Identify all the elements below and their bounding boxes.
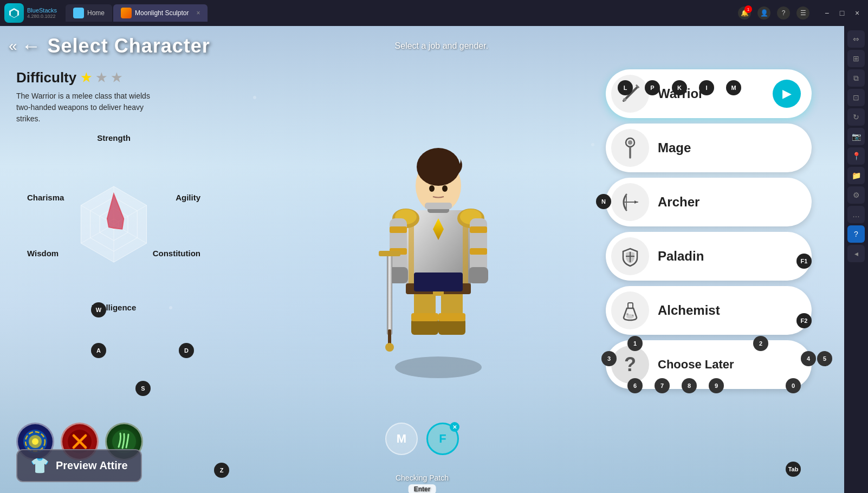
svg-point-77 xyxy=(632,314,633,316)
title-bar: BlueStacks 4.280.0.1022 Home Moonlight S… xyxy=(0,0,868,26)
sidebar-collapse-btn[interactable]: ◂ xyxy=(847,245,865,262)
kb-2: 2 xyxy=(753,336,768,351)
svg-point-65 xyxy=(623,98,626,101)
gender-female-marker: ✕ xyxy=(450,422,459,432)
sidebar-settings-btn[interactable]: ⚙ xyxy=(847,186,865,204)
svg-rect-42 xyxy=(470,226,487,233)
kb-4: 4 xyxy=(801,351,816,366)
choose-later-label: Choose Later xyxy=(658,358,734,372)
maximize-button[interactable]: □ xyxy=(835,7,848,20)
preview-attire-button[interactable]: 👕 Preview Attire xyxy=(16,449,142,482)
difficulty-section: Difficulty ★ ★ ★ The Warrior is a melee … xyxy=(16,69,222,125)
svg-rect-28 xyxy=(411,313,438,321)
svg-rect-56 xyxy=(425,203,452,209)
job-selection-panel: Warrior ▶ Mage xyxy=(606,69,812,389)
svg-rect-62 xyxy=(414,273,463,291)
menu-icon[interactable]: ☰ xyxy=(796,7,809,20)
difficulty-text: Difficulty xyxy=(16,69,76,86)
job-card-mage[interactable]: Mage xyxy=(606,124,812,172)
sidebar-layers-btn[interactable]: ⧉ xyxy=(847,69,865,87)
archer-icon xyxy=(611,183,649,221)
account-icon[interactable]: 👤 xyxy=(757,7,770,20)
kb-W: W xyxy=(91,302,106,317)
notification-badge: 1 xyxy=(744,5,752,13)
kb-M-top: M xyxy=(726,80,741,95)
back-button[interactable]: « ← Select Character xyxy=(9,35,210,57)
game-header: « ← Select Character Select a job and ge… xyxy=(0,26,844,66)
sidebar-rotate-btn[interactable]: ↻ xyxy=(847,108,865,126)
sidebar-more-btn[interactable]: … xyxy=(847,206,865,223)
svg-rect-44 xyxy=(470,248,487,255)
gender-male-button[interactable]: M xyxy=(385,423,418,455)
paladin-name: Paladin xyxy=(658,249,801,264)
star-3: ★ xyxy=(111,71,122,85)
alchemist-icon xyxy=(611,291,649,329)
sidebar-expand-btn[interactable]: ⇔ xyxy=(847,30,865,48)
kb-D: D xyxy=(179,343,194,358)
character-model xyxy=(357,80,520,384)
shirt-icon: 👕 xyxy=(30,457,49,475)
kb-A: A xyxy=(91,343,106,358)
warrior-select-button[interactable]: ▶ xyxy=(773,80,801,108)
tab-moonlight-sculptor[interactable]: Moonlight Sculptor × xyxy=(113,4,208,22)
sidebar-grid-btn[interactable]: ⊞ xyxy=(847,50,865,67)
svg-point-61 xyxy=(385,343,394,352)
svg-rect-58 xyxy=(387,254,392,335)
notification-icon[interactable]: 🔔 1 xyxy=(738,7,751,20)
svg-point-76 xyxy=(626,313,629,315)
svg-point-23 xyxy=(395,356,482,378)
kb-Z: Z xyxy=(214,463,229,478)
kb-L: L xyxy=(618,80,633,95)
choose-later-icon: ? xyxy=(611,346,649,384)
kb-7: 7 xyxy=(655,378,670,393)
game-area: « ← Select Character Select a job and ge… xyxy=(0,26,844,493)
kb-3: 3 xyxy=(601,351,617,366)
archer-name: Archer xyxy=(658,194,801,210)
job-card-alchemist[interactable]: Alchemist xyxy=(606,286,812,335)
job-card-paladin[interactable]: Paladin xyxy=(606,232,812,281)
close-tab-btn[interactable]: × xyxy=(196,9,200,17)
gender-female-button[interactable]: F ✕ xyxy=(426,423,459,455)
app-name: BlueStacks xyxy=(27,7,57,14)
sidebar-screenshot-btn[interactable]: 📷 xyxy=(847,128,865,145)
game-tab-icon xyxy=(121,8,132,18)
svg-point-67 xyxy=(628,140,632,145)
sidebar-location-btn[interactable]: 📍 xyxy=(847,147,865,165)
svg-point-50 xyxy=(417,148,460,186)
job-card-archer[interactable]: Archer xyxy=(606,178,812,226)
star-2: ★ xyxy=(96,71,107,85)
window-controls: − □ × xyxy=(820,7,864,20)
bluestacks-logo: BlueStacks 4.280.0.1022 xyxy=(4,3,57,23)
svg-rect-74 xyxy=(628,303,633,308)
kb-P: P xyxy=(645,80,660,95)
sidebar-help-btn[interactable]: ? xyxy=(847,225,865,243)
kb-6: 6 xyxy=(627,378,643,393)
bluestacks-info: BlueStacks 4.280.0.1022 xyxy=(27,7,57,19)
kb-N: N xyxy=(596,194,611,209)
job-card-choose-later[interactable]: 1 2 3 4 5 6 7 8 9 0 ? Choose Later xyxy=(606,340,812,389)
mage-icon xyxy=(611,129,649,167)
alchemist-name: Alchemist xyxy=(658,303,801,318)
kb-5: 5 xyxy=(817,351,832,366)
sidebar-screen-btn[interactable]: ⊡ xyxy=(847,89,865,106)
checking-patch-text: Checking Patch xyxy=(396,473,449,482)
svg-point-51 xyxy=(429,185,435,192)
stat-strength: Strength xyxy=(97,133,131,142)
title-bar-actions: 🔔 1 👤 ? ☰ − □ × xyxy=(738,7,864,20)
close-button[interactable]: × xyxy=(851,7,864,20)
tab-home[interactable]: Home xyxy=(66,4,112,22)
snow-2 xyxy=(591,143,594,146)
kb-1: 1 xyxy=(627,336,643,351)
svg-point-16 xyxy=(32,438,38,445)
svg-rect-46 xyxy=(469,267,488,283)
home-tab-icon xyxy=(73,8,84,18)
gender-female-label: F xyxy=(439,432,446,446)
gender-male-label: M xyxy=(397,432,406,446)
kb-I: I xyxy=(699,80,714,95)
kb-9: 9 xyxy=(709,378,724,393)
kb-Tab: Tab xyxy=(786,462,801,477)
checking-patch-label: Checking Patch Enter xyxy=(396,473,449,482)
minimize-button[interactable]: − xyxy=(820,7,833,20)
help-icon[interactable]: ? xyxy=(777,7,790,20)
sidebar-folder-btn[interactable]: 📁 xyxy=(847,167,865,184)
